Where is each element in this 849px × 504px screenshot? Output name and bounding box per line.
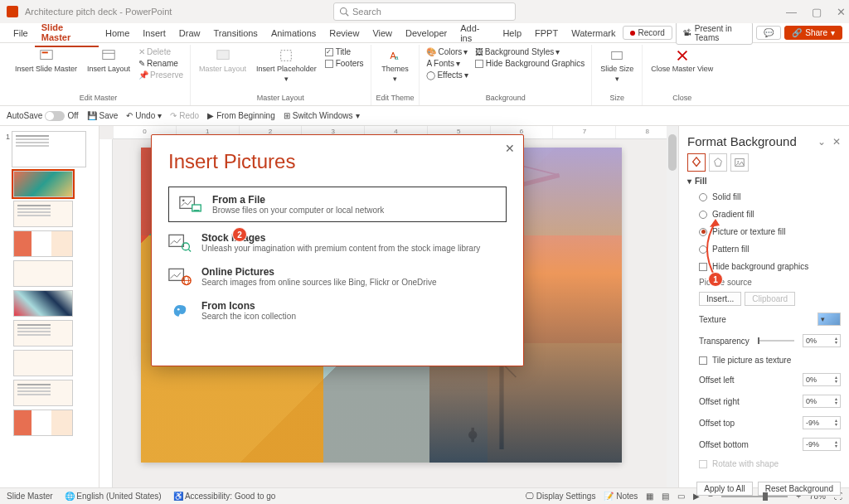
picture-tab-icon[interactable] — [730, 153, 749, 172]
effects-tab-icon[interactable] — [709, 153, 727, 172]
switch-windows-button[interactable]: ⊞ Switch Windows ▾ — [284, 111, 360, 120]
pattern-fill-radio[interactable]: Pattern fill — [687, 243, 841, 255]
pane-chevron-icon[interactable]: ⌄ — [817, 136, 826, 148]
display-settings-button[interactable]: 🖵 Display Settings — [526, 492, 595, 501]
offset-left-label: Offset left — [699, 376, 798, 385]
tab-addins[interactable]: Add-ins — [454, 20, 496, 46]
close-window-button[interactable]: ✕ — [837, 6, 846, 18]
title-checkbox[interactable]: ✓Title — [323, 46, 366, 57]
rotate-checkbox: Rotate with shape — [687, 458, 841, 470]
tab-review[interactable]: Review — [323, 25, 366, 41]
layout-thumb[interactable] — [13, 320, 73, 346]
texture-picker[interactable]: ▾ — [817, 313, 841, 326]
layout-thumb[interactable] — [13, 410, 73, 436]
slide-thumbnails-panel[interactable]: 1 — [0, 126, 99, 487]
pane-close-icon[interactable]: ✕ — [832, 136, 841, 148]
redo-button[interactable]: ↷ Redo — [170, 111, 199, 120]
insert-layout-button[interactable]: Insert Layout — [84, 46, 133, 75]
autosave-toggle[interactable]: AutoSave Off — [7, 111, 79, 121]
layout-thumb[interactable] — [13, 290, 73, 317]
offset-top-input[interactable]: -9%▴▾ — [803, 416, 841, 429]
layout-thumb[interactable] — [13, 201, 73, 227]
comments-button[interactable]: 💬 — [756, 26, 781, 40]
master-layout-button[interactable]: Master Layout — [196, 46, 250, 75]
layout-thumb[interactable] — [13, 230, 73, 257]
tab-animations[interactable]: Animations — [264, 25, 323, 41]
maximize-button[interactable]: ▢ — [812, 6, 822, 18]
tab-insert[interactable]: Insert — [136, 25, 172, 41]
tab-home[interactable]: Home — [99, 25, 136, 41]
gradient-fill-radio[interactable]: Gradient fill — [687, 208, 841, 220]
apply-all-button[interactable]: Apply to All — [696, 482, 752, 496]
status-mode[interactable]: Slide Master — [7, 492, 53, 501]
save-button[interactable]: 💾 Save — [87, 111, 119, 120]
offset-right-input[interactable]: 0%▴▾ — [803, 395, 841, 408]
footers-checkbox[interactable]: Footers — [323, 58, 366, 69]
hide-bg-graphics-checkbox[interactable]: Hide background graphics — [687, 260, 841, 273]
present-teams-button[interactable]: 📽 Present in Teams — [676, 22, 754, 45]
picture-fill-radio[interactable]: Picture or texture fill — [687, 225, 841, 238]
tab-fppt[interactable]: FPPT — [528, 25, 565, 41]
layout-thumb[interactable] — [13, 380, 73, 406]
clipboard-button[interactable]: Clipboard — [745, 292, 795, 306]
tab-view[interactable]: View — [366, 25, 399, 41]
tab-watermark[interactable]: Watermark — [565, 25, 622, 41]
layout-thumb[interactable] — [13, 350, 73, 376]
status-language[interactable]: 🌐 English (United States) — [65, 492, 162, 501]
online-pictures-option[interactable]: Online PicturesSearch images from online… — [152, 259, 523, 293]
reset-bg-button[interactable]: Reset Background — [758, 482, 841, 496]
canvas-scrollbar[interactable] — [667, 126, 678, 487]
status-accessibility[interactable]: ♿ Accessibility: Good to go — [173, 492, 276, 501]
colors-button[interactable]: 🎨 Colors ▾ — [424, 46, 469, 57]
insert-slide-master-button[interactable]: Insert Slide Master — [12, 46, 80, 75]
dialog-close-icon[interactable]: ✕ — [505, 142, 515, 155]
share-button[interactable]: 🔗 Share ▾ — [784, 26, 842, 40]
view-sorter-icon[interactable]: ▤ — [662, 492, 669, 501]
record-button[interactable]: Record — [623, 26, 672, 40]
fonts-button[interactable]: A Fonts ▾ — [424, 58, 469, 69]
fill-tab-icon[interactable] — [687, 153, 706, 172]
layout-thumb[interactable] — [13, 171, 73, 197]
bg-styles-button[interactable]: 🖼 Background Styles ▾ — [473, 46, 587, 57]
view-reading-icon[interactable]: ▭ — [677, 492, 685, 501]
view-normal-icon[interactable]: ▦ — [646, 492, 653, 501]
zoom-slider[interactable] — [721, 496, 788, 497]
svg-rect-2 — [40, 51, 51, 60]
slide-size-button[interactable]: Slide Size ▾ — [597, 46, 637, 85]
svg-rect-4 — [103, 51, 114, 60]
group-label-master-layout: Master Layout — [257, 94, 304, 102]
from-beginning-button[interactable]: ▶ From Beginning — [207, 111, 275, 120]
from-file-option[interactable]: From a FileBrowse files on your computer… — [168, 187, 507, 222]
notes-button[interactable]: 📝 Notes — [604, 492, 638, 501]
fill-section[interactable]: ▾ Fill — [687, 177, 841, 186]
themes-button[interactable]: AaThemes ▾ — [378, 46, 412, 85]
tile-checkbox[interactable]: Tile picture as texture — [687, 354, 841, 366]
transparency-label: Transparency — [699, 337, 750, 346]
from-icons-option[interactable]: From IconsSearch the icon collection — [152, 293, 523, 327]
close-master-button[interactable]: Close Master View — [648, 46, 716, 75]
solid-fill-radio[interactable]: Solid fill — [687, 191, 841, 203]
effects-button[interactable]: ◯ Effects ▾ — [424, 70, 469, 80]
delete-button[interactable]: ✕ Delete — [137, 46, 185, 57]
tab-transitions[interactable]: Transitions — [206, 25, 264, 41]
minimize-button[interactable]: — — [786, 6, 797, 18]
tab-developer[interactable]: Developer — [399, 25, 454, 41]
layout-thumb[interactable] — [13, 260, 73, 287]
insert-placeholder-button[interactable]: Insert Placeholder ▾ — [253, 46, 320, 85]
tab-slide-master[interactable]: Slide Master — [35, 19, 99, 47]
transparency-input[interactable]: 0%▴▾ — [803, 334, 841, 347]
hide-bg-checkbox[interactable]: Hide Background Graphics — [473, 58, 587, 69]
preserve-button[interactable]: 📌 Preserve — [137, 70, 185, 80]
tab-help[interactable]: Help — [496, 25, 528, 41]
tab-file[interactable]: File — [7, 25, 35, 41]
callout-2: 2 — [232, 227, 247, 242]
tab-draw[interactable]: Draw — [172, 25, 207, 41]
stock-images-option[interactable]: Stock ImagesUnleash your imagination wit… — [152, 225, 523, 259]
offset-bottom-input[interactable]: -9%▴▾ — [803, 438, 841, 451]
insert-picture-button[interactable]: Insert... — [699, 292, 741, 306]
offset-left-input[interactable]: 0%▴▾ — [803, 373, 841, 386]
rename-button[interactable]: ✎ Rename — [137, 58, 185, 69]
undo-button[interactable]: ↶ Undo ▾ — [126, 111, 162, 120]
search-input[interactable]: Search — [333, 2, 516, 21]
master-thumb[interactable] — [12, 131, 86, 167]
